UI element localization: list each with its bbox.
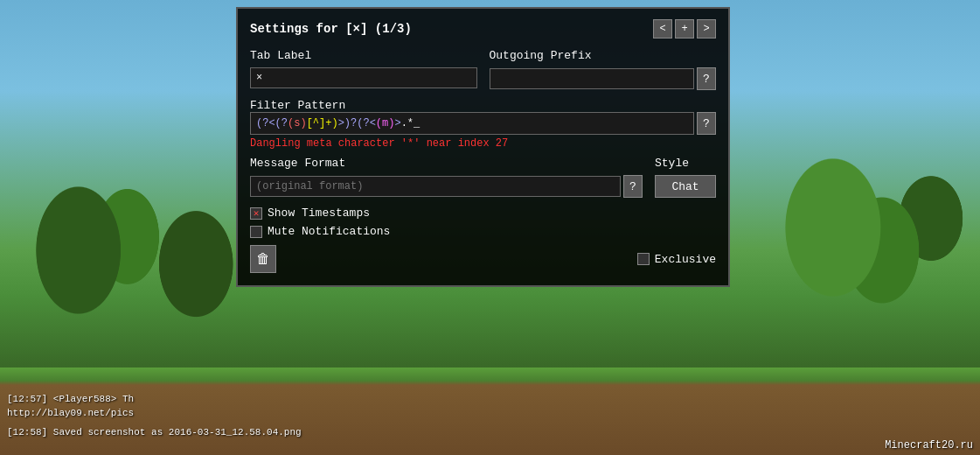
watermark: Minecraft20.ru (885, 439, 973, 452)
message-format-row: Message Format ? Style Chat (250, 157, 716, 198)
tab-label-group: Tab Label (250, 49, 477, 90)
add-button[interactable]: + (675, 19, 694, 38)
chat-line-2: http://blay09.net/pics (7, 407, 134, 420)
message-format-group: Message Format ? (250, 157, 643, 198)
mute-notifications-row: Mute Notifications (250, 225, 716, 238)
chat-log: [12:57] <Player588> Th http://blay09.net… (7, 393, 134, 420)
dialog-title-bar: Settings for [×] (1/3) < + > (250, 19, 716, 38)
dialog-title: Settings for [×] (1/3) (250, 22, 412, 36)
filter-pattern-help-btn[interactable]: ? (697, 112, 716, 135)
message-format-label: Message Format (250, 157, 643, 170)
bottom-row: 🗑 Exclusive (250, 245, 716, 273)
title-buttons: < + > (653, 19, 716, 38)
style-group: Style Chat (655, 157, 716, 198)
mute-notifications-label: Mute Notifications (268, 225, 390, 238)
message-format-input-row: ? (250, 175, 643, 198)
filter-pattern-label: Filter Pattern (250, 99, 345, 112)
filter-error: Dangling meta character '*' near index 2… (250, 137, 716, 150)
show-timestamps-row: ✕ Show Timestamps (250, 206, 716, 220)
outgoing-prefix-input[interactable] (490, 68, 695, 89)
style-label: Style (655, 157, 716, 170)
exclusive-checkbox[interactable] (637, 253, 650, 265)
outgoing-prefix-input-row: ? (490, 67, 717, 90)
outgoing-prefix-help-btn[interactable]: ? (697, 67, 716, 90)
tab-label-row: Tab Label Outgoing Prefix ? (250, 49, 716, 90)
style-chat-button[interactable]: Chat (655, 175, 716, 198)
show-timestamps-label: Show Timestamps (268, 206, 370, 220)
outgoing-prefix-label: Outgoing Prefix (490, 49, 717, 62)
chat-line-1: [12:57] <Player588> Th (7, 393, 134, 406)
mute-notifications-checkbox[interactable] (250, 226, 262, 238)
screenshot-line: [12:58] Saved screenshot as 2016-03-31_1… (7, 427, 302, 438)
filter-pattern-section: Filter Pattern (?<(?(s)[^]+)>)?(?<(m)>.*… (250, 99, 716, 150)
next-button[interactable]: > (697, 19, 716, 38)
message-format-help-btn[interactable]: ? (623, 175, 643, 198)
tab-label-label: Tab Label (250, 49, 477, 62)
delete-button[interactable]: 🗑 (250, 245, 276, 273)
show-timestamps-checkbox[interactable]: ✕ (250, 207, 262, 220)
prev-button[interactable]: < (653, 19, 672, 38)
message-format-input[interactable] (250, 176, 621, 197)
exclusive-label: Exclusive (655, 253, 716, 266)
exclusive-row: Exclusive (637, 253, 716, 266)
outgoing-prefix-group: Outgoing Prefix ? (490, 49, 717, 90)
tab-label-input[interactable] (250, 67, 477, 88)
ground (0, 368, 980, 455)
settings-dialog: Settings for [×] (1/3) < + > Tab Label O… (236, 7, 730, 287)
filter-pattern-display[interactable]: (?<(?(s)[^]+)>)?(?<(m)>.*_ (250, 112, 694, 135)
filter-pattern-input-row: (?<(?(s)[^]+)>)?(?<(m)>.*_ ? (250, 112, 716, 135)
